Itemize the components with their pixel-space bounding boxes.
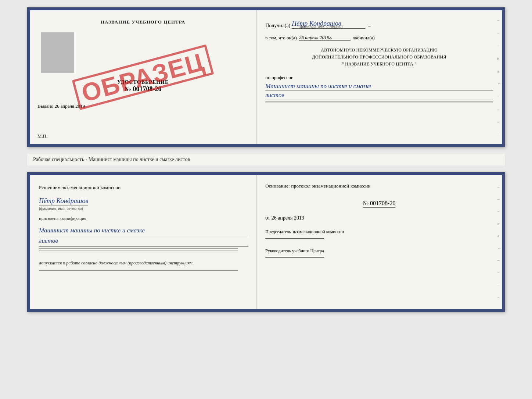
profession-text-line1: Машинист машины по чистке и смазке <box>265 82 493 91</box>
qual-line-4 <box>39 270 238 271</box>
profession-prefix: по профессии <box>265 75 493 81</box>
basis-header: Основание: протокол экзаменационной коми… <box>265 182 493 190</box>
org-line1: АВТОНОМНУЮ НЕКОММЕРЧЕСКУЮ ОРГАНИЗАЦИЮ <box>265 47 493 54</box>
chairman-block: Председатель экзаменационной комиссии <box>265 228 493 239</box>
specialty-label: Рабочая специальность - Машинист машины … <box>27 154 505 165</box>
qual-person-block: Пётр Кондрашов (фамилия, имя, отчество) <box>39 197 248 211</box>
allow-text: работе согласно должностным (производств… <box>66 260 193 266</box>
qual-right-panel: Основание: протокол экзаменационной коми… <box>256 175 502 309</box>
date-prefix: в том, что он(а) <box>265 35 297 41</box>
top-left-panel: НАЗВАНИЕ УЧЕБНОГО ЦЕНТРА УДОСТОВЕРЕНИЕ №… <box>30 10 256 144</box>
qual-person-name: Пётр Кондрашов <box>39 197 88 206</box>
cert-number-block: УДОСТОВЕРЕНИЕ № 001708-20 <box>117 79 169 93</box>
assigned-label: присвоена квалификация <box>39 216 248 221</box>
date-value: 26 апреля 2019г. <box>299 35 351 41</box>
qual-profession-block: Машинист машины по чистке и смазке листо… <box>39 226 248 254</box>
cert-issued-line: Выдано 26 апреля 2019 <box>37 103 85 109</box>
qual-person-sublabel: (фамилия, имя, отчество) <box>39 207 248 211</box>
profession-text-line2: листов <box>265 91 493 100</box>
line-sep-2 <box>265 103 493 103</box>
qual-profession-line2: листов <box>39 236 248 247</box>
top-right-panel: Получил(а) Пётр Кондрашов – (фамилия, им… <box>256 10 502 144</box>
photo-placeholder <box>41 32 74 73</box>
protocol-number: № 001708-20 <box>363 200 396 208</box>
director-signature-line <box>265 257 324 258</box>
issued-label: Выдано <box>37 103 53 109</box>
protocol-date: от 26 апреля 2019 <box>265 215 493 221</box>
certificate-wrapper: НАЗВАНИЕ УЧЕБНОГО ЦЕНТРА УДОСТОВЕРЕНИЕ №… <box>27 7 505 312</box>
director-block: Руководитель учебного Центра <box>265 247 493 258</box>
chairman-title: Председатель экзаменационной комиссии <box>265 228 493 235</box>
right-edge-marks: – – – и а ← – – – – <box>496 10 502 144</box>
org-line2: ДОПОЛНИТЕЛЬНОГО ПРОФЕССИОНАЛЬНОГО ОБРАЗО… <box>265 54 493 61</box>
date-suffix: окончил(а) <box>353 35 375 41</box>
bottom-document-card: Решением экзаменационной комиссии Пётр К… <box>27 172 505 312</box>
cert-number: № 001708-20 <box>117 85 169 93</box>
qual-line-3 <box>39 252 238 252</box>
qual-header: Решением экзаменационной комиссии <box>39 184 248 191</box>
allow-work-block: допускается к работе согласно должностны… <box>39 260 248 266</box>
qual-line-1 <box>39 248 238 249</box>
qual-left-panel: Решением экзаменационной комиссии Пётр К… <box>30 175 256 309</box>
profession-block: по профессии Машинист машины по чистке и… <box>265 75 493 104</box>
mp-label: М.П. <box>37 133 47 139</box>
cert-type-label: УДОСТОВЕРЕНИЕ <box>117 79 169 85</box>
stamp-obrazec: ОБРАЗЕЦ <box>72 44 214 110</box>
training-center-title: НАЗВАНИЕ УЧЕБНОГО ЦЕНТРА <box>101 19 186 25</box>
received-line: Получил(а) Пётр Кондрашов – (фамилия, им… <box>265 18 493 29</box>
line-sep-1 <box>265 101 493 101</box>
chairman-signature-line <box>265 238 324 239</box>
qual-line-2 <box>39 250 238 250</box>
qual-profession-line1: Машинист машины по чистке и смазке <box>39 226 248 236</box>
date-value: 26 апреля 2019 <box>272 215 304 221</box>
name-sublabel: (фамилия, имя, отчество) <box>299 25 343 29</box>
date-completion-line: в том, что он(а) 26 апреля 2019г. окончи… <box>265 35 493 41</box>
received-prefix: Получил(а) <box>265 23 290 29</box>
org-line3: " НАЗВАНИЕ УЧЕБНОГО ЦЕНТРА " <box>265 61 493 68</box>
allow-prefix: допускается к <box>39 260 65 266</box>
director-title: Руководитель учебного Центра <box>265 247 493 254</box>
issued-date: 26 апреля 2019 <box>55 103 85 109</box>
right-edge-marks-bottom: – – – и а ← – – – – <box>497 175 501 309</box>
top-document-card: НАЗВАНИЕ УЧЕБНОГО ЦЕНТРА УДОСТОВЕРЕНИЕ №… <box>27 7 505 147</box>
org-block: АВТОНОМНУЮ НЕКОММЕРЧЕСКУЮ ОРГАНИЗАЦИЮ ДО… <box>265 47 493 68</box>
date-prefix: от <box>265 215 270 221</box>
protocol-number-wrapper: № 001708-20 <box>265 197 493 208</box>
